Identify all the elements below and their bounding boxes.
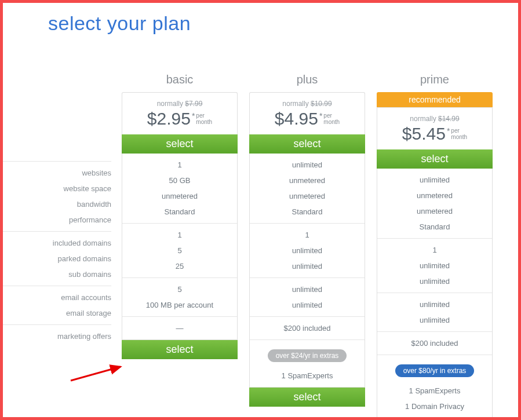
basic-website-space: 50 GB: [122, 173, 237, 188]
normally-label: normally: [157, 100, 183, 108]
label-website-space: website space: [3, 181, 111, 196]
plan-basic-price: $2.95: [147, 109, 191, 129]
plan-plus-normally: normally $10.99: [252, 100, 362, 108]
plus-email-accounts: unlimited: [250, 282, 365, 297]
normally-label: normally: [410, 115, 436, 123]
basic-sub-domains: 25: [122, 258, 237, 274]
asterisk-icon: *: [447, 126, 450, 136]
prime-marketing-offers: $200 included: [377, 335, 492, 351]
label-marketing-offers: marketing offers: [3, 328, 111, 344]
plans-row: basic normally $7.99 $2.95 * permonth se…: [122, 70, 493, 420]
plan-plus-name: plus: [249, 70, 365, 92]
plan-prime-name: prime: [377, 70, 493, 92]
feature-labels: websites website space bandwidth perform…: [3, 70, 122, 420]
plan-basic-price-box: normally $7.99 $2.95 * permonth: [122, 92, 238, 134]
plan-plus-price-box: normally $10.99 $4.95 * permonth: [249, 92, 365, 134]
basic-performance: Standard: [122, 204, 237, 220]
basic-included-domains: 1: [122, 227, 237, 243]
plan-basic-name: basic: [122, 70, 238, 92]
label-email-accounts: email accounts: [3, 290, 111, 305]
plan-basic-select-top[interactable]: select: [122, 134, 238, 154]
plan-plus-features: unlimited unmetered unmetered Standard 1…: [249, 154, 365, 388]
asterisk-icon: *: [192, 111, 195, 120]
plus-sub-domains: unlimited: [250, 258, 365, 274]
plus-performance: Standard: [250, 204, 365, 220]
pricing-content: websites website space bandwidth perform…: [3, 35, 518, 420]
plus-extras-pill: over $24/yr in extras: [268, 349, 347, 362]
normally-label: normally: [282, 100, 308, 108]
prime-extras-item: 1 SpamExperts: [377, 383, 492, 399]
basic-websites: 1: [122, 157, 237, 173]
label-websites: websites: [3, 165, 111, 181]
prime-sub-domains: unlimited: [377, 273, 492, 289]
asterisk-icon: *: [319, 111, 322, 120]
plus-bandwidth: unmetered: [250, 188, 365, 204]
plan-plus-select-top[interactable]: select: [249, 134, 365, 154]
plus-included-domains: 1: [250, 227, 365, 243]
plus-email-storage: unlimited: [250, 297, 365, 313]
plan-prime: prime recommended normally $14.99 $5.45 …: [377, 70, 493, 420]
plus-extras-item: 1 SpamExperts: [250, 368, 365, 384]
basic-parked-domains: 5: [122, 243, 237, 258]
label-performance: performance: [3, 212, 111, 228]
page-title: select your plan: [3, 3, 518, 35]
plan-basic-features: 1 50 GB unmetered Standard 1 5 25 5 100 …: [122, 154, 238, 340]
normally-price: $14.99: [438, 115, 460, 123]
plan-prime-price: $5.45: [402, 124, 446, 144]
plan-plus-price: $4.95: [275, 109, 318, 129]
prime-parked-domains: unlimited: [377, 258, 492, 273]
prime-bandwidth: unmetered: [377, 203, 492, 219]
prime-websites: unlimited: [377, 172, 492, 188]
prime-email-storage: unlimited: [377, 312, 492, 328]
plan-basic: basic normally $7.99 $2.95 * permonth se…: [122, 70, 238, 420]
plan-plus-select-bottom[interactable]: select: [249, 388, 365, 407]
plan-prime-select-top[interactable]: select: [377, 149, 493, 169]
normally-price: $10.99: [311, 100, 332, 108]
prime-email-accounts: unlimited: [377, 297, 492, 312]
plan-prime-price-box: normally $14.99 $5.45 * permonth: [377, 107, 493, 149]
plus-website-space: unmetered: [250, 173, 365, 188]
label-included-domains: included domains: [3, 235, 111, 251]
plus-websites: unlimited: [250, 157, 365, 173]
per-month: permonth: [196, 112, 212, 125]
plus-marketing-offers: $200 included: [250, 320, 365, 336]
prime-extras-item: 1 Domain Privacy: [377, 399, 492, 414]
label-parked-domains: parked domains: [3, 251, 111, 266]
prime-included-domains: 1: [377, 242, 492, 258]
prime-extras-item: SiteBackup Pro: [377, 414, 492, 420]
plus-parked-domains: unlimited: [250, 243, 365, 258]
basic-email-storage: 100 MB per account: [122, 297, 237, 313]
label-email-storage: email storage: [3, 305, 111, 321]
prime-performance: Standard: [377, 219, 492, 235]
label-bandwidth: bandwidth: [3, 196, 111, 212]
plan-basic-normally: normally $7.99: [125, 100, 235, 108]
label-sub-domains: sub domains: [3, 266, 111, 282]
basic-marketing-offers: —: [122, 320, 237, 336]
normally-price: $7.99: [185, 100, 202, 108]
recommended-badge: recommended: [377, 92, 493, 107]
prime-extras-pill: over $80/yr in extras: [395, 364, 475, 377]
per-month: permonth: [451, 127, 467, 140]
basic-email-accounts: 5: [122, 282, 237, 297]
plan-plus: plus normally $10.99 $4.95 * permonth se…: [249, 70, 365, 420]
plan-basic-select-bottom[interactable]: select: [122, 340, 238, 359]
prime-website-space: unmetered: [377, 188, 492, 203]
plan-prime-features: unlimited unmetered unmetered Standard 1…: [377, 169, 493, 420]
plan-prime-normally: normally $14.99: [380, 115, 490, 123]
basic-bandwidth: unmetered: [122, 188, 237, 204]
per-month: permonth: [323, 112, 340, 125]
